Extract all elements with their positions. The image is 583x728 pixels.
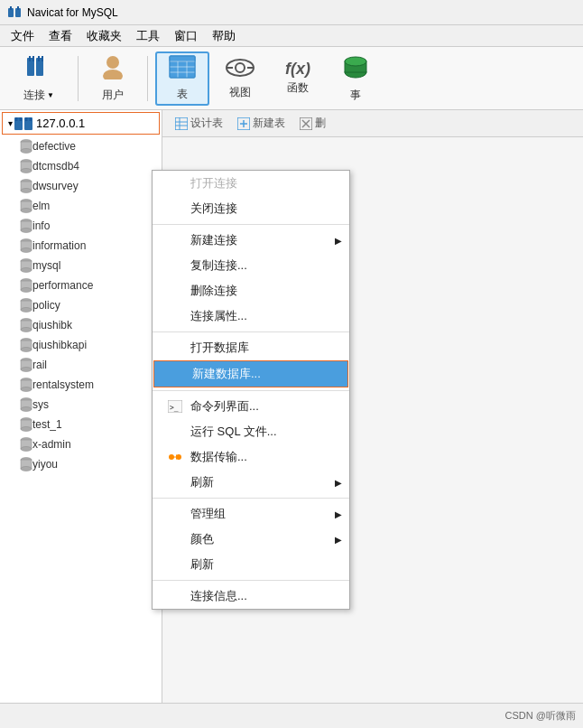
svg-rect-84 — [175, 117, 188, 130]
svg-point-41 — [21, 189, 32, 193]
new-conn-icon — [167, 232, 183, 248]
ctx-manage-group[interactable]: 管理组 ▶ — [153, 501, 349, 527]
db-qiushibk[interactable]: qiushibk — [0, 315, 162, 335]
ctx-delete-connection[interactable]: 删除连接 — [153, 278, 349, 303]
ctx-open-connection[interactable]: 打开连接 — [153, 171, 349, 196]
content-toolbar: 设计表 新建表 删 — [162, 110, 583, 137]
db-test1[interactable]: test_1 — [0, 415, 162, 434]
svg-point-83 — [21, 467, 32, 471]
ctx-data-transfer[interactable]: 数据传输... — [153, 444, 349, 470]
db-elm[interactable]: elm — [0, 196, 162, 216]
arrow-icon: ▶ — [335, 236, 342, 246]
cmd-icon: >_ — [167, 398, 183, 415]
db-sys[interactable]: sys — [0, 395, 162, 415]
toolbar-view-btn[interactable]: 视图 — [213, 51, 267, 106]
db-defective[interactable]: defective — [0, 136, 162, 156]
db-dwsurvey[interactable]: dwsurvey — [0, 176, 162, 196]
svg-point-44 — [21, 209, 32, 213]
event-icon — [343, 54, 368, 84]
toolbar-func-btn[interactable]: f(x) 函数 — [271, 51, 325, 106]
menu-file[interactable]: 文件 — [4, 26, 42, 46]
run-sql-icon — [167, 424, 183, 440]
app-title: Navicat for MySQL — [27, 6, 118, 19]
design-table-btn[interactable]: 设计表 — [170, 114, 228, 133]
ctx-connection-info-label: 连接信息... — [190, 588, 247, 604]
ctx-sep-4 — [153, 498, 349, 499]
toolbar-connect-btn[interactable]: 连接 ▼ — [7, 51, 70, 106]
info-icon — [167, 588, 183, 604]
ctx-new-connection-label: 新建连接 — [190, 232, 237, 248]
ctx-data-transfer-label: 数据传输... — [190, 449, 247, 465]
menu-help[interactable]: 帮助 — [205, 26, 243, 46]
toolbar-event-btn[interactable]: 事 — [329, 51, 383, 106]
sidebar-connection[interactable]: ▾ 127.0.0.1 — [2, 112, 160, 135]
ctx-sep-3 — [153, 390, 349, 391]
color-icon — [167, 531, 183, 547]
db-mysql[interactable]: mysql — [0, 256, 162, 275]
svg-point-80 — [21, 447, 32, 452]
toolbar: 连接 ▼ 用户 表 — [0, 47, 583, 110]
db-policy[interactable]: policy — [0, 295, 162, 315]
db-name: qiushibkapi — [32, 339, 87, 351]
ctx-run-sql[interactable]: 运行 SQL 文件... — [153, 419, 349, 444]
svg-point-65 — [21, 348, 32, 352]
del-conn-icon — [167, 283, 183, 299]
ctx-refresh-2[interactable]: 刷新 — [153, 552, 349, 577]
svg-point-74 — [21, 407, 32, 412]
ctx-cmd-line-label: 命令列界面... — [190, 398, 259, 415]
db-rail[interactable]: rail — [0, 355, 162, 375]
db-information[interactable]: information — [0, 236, 162, 256]
db-performance[interactable]: performance — [0, 275, 162, 295]
view-icon — [226, 56, 254, 81]
svg-point-38 — [21, 169, 32, 173]
db-yiyou[interactable]: yiyou — [0, 454, 162, 474]
db-name: defective — [32, 140, 76, 153]
toolbar-table-btn[interactable]: 表 — [155, 51, 209, 106]
connect-label: 连接 — [23, 88, 45, 103]
menu-view[interactable]: 查看 — [42, 26, 79, 46]
title-bar: Navicat for MySQL — [0, 0, 583, 25]
svg-rect-6 — [29, 56, 31, 61]
ctx-refresh-2-label: 刷新 — [190, 556, 214, 573]
db-icon — [20, 397, 32, 412]
db-info[interactable]: info — [0, 216, 162, 236]
event-label: 事 — [350, 88, 361, 103]
db-dtcmsdb4[interactable]: dtcmsdb4 — [0, 156, 162, 176]
db-name: rail — [32, 359, 47, 371]
svg-rect-30 — [20, 117, 23, 121]
new-table-label: 新建表 — [253, 116, 285, 131]
view-label: 视图 — [229, 85, 251, 100]
ctx-copy-connection-label: 复制连接... — [190, 257, 247, 274]
delete-btn[interactable]: 删 — [294, 114, 331, 133]
ctx-connection-props[interactable]: 连接属性... — [153, 303, 349, 329]
user-label: 用户 — [102, 88, 124, 103]
props-icon — [167, 308, 183, 324]
svg-point-62 — [21, 328, 32, 332]
menu-tools[interactable]: 工具 — [129, 26, 167, 46]
new-table-btn[interactable]: 新建表 — [232, 114, 291, 133]
ctx-new-db[interactable]: 新建数据库... — [153, 360, 348, 387]
db-name: elm — [32, 200, 50, 212]
db-rentalsystem[interactable]: rentalsystem — [0, 375, 162, 395]
transfer-icon — [167, 449, 183, 465]
ctx-connection-info[interactable]: 连接信息... — [153, 583, 349, 609]
ctx-refresh-1[interactable]: 刷新 ▶ — [153, 470, 349, 495]
ctx-new-connection[interactable]: 新建连接 ▶ — [153, 228, 349, 253]
db-icon — [20, 179, 32, 193]
db-name: information — [32, 239, 86, 252]
context-menu: 打开连接 关闭连接 新建连接 ▶ 复制连接... 删除连接 连接属性... 打开… — [152, 170, 350, 610]
ctx-close-connection[interactable]: 关闭连接 — [153, 196, 349, 221]
menu-window[interactable]: 窗口 — [167, 26, 205, 46]
db-icon — [20, 278, 32, 293]
ctx-copy-connection[interactable]: 复制连接... — [153, 253, 349, 278]
ctx-connection-props-label: 连接属性... — [190, 308, 247, 324]
db-xadmin[interactable]: x-admin — [0, 434, 162, 454]
ctx-color[interactable]: 颜色 ▶ — [153, 527, 349, 552]
menu-favorites[interactable]: 收藏夹 — [79, 26, 129, 46]
db-name: info — [32, 219, 50, 232]
toolbar-user-btn[interactable]: 用户 — [86, 51, 140, 106]
ctx-open-db[interactable]: 打开数据库 — [153, 335, 349, 360]
ctx-cmd-line[interactable]: >_ 命令列界面... — [153, 394, 349, 419]
copy-conn-icon — [167, 257, 183, 274]
db-qiushibkapi[interactable]: qiushibkapi — [0, 335, 162, 355]
